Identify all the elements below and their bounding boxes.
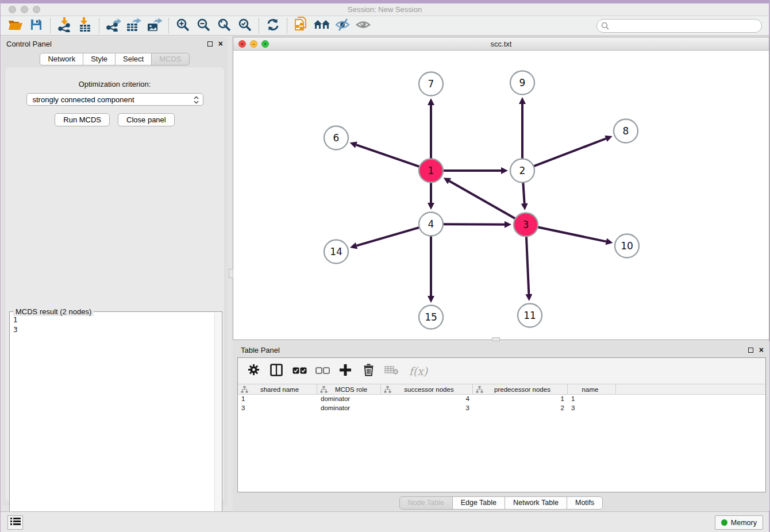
show-panels-button[interactable]: [353, 17, 374, 34]
tab-node-table[interactable]: Node Table: [399, 496, 453, 510]
node-4[interactable]: 4: [419, 213, 443, 236]
table-cell[interactable]: dominator: [317, 395, 381, 404]
search-input[interactable]: [596, 19, 762, 33]
node-14[interactable]: 14: [324, 240, 348, 264]
node-7[interactable]: 7: [419, 72, 443, 96]
export-network-button[interactable]: [103, 17, 124, 34]
close-panel-icon[interactable]: ×: [218, 41, 223, 47]
table-row[interactable]: 1dominator411: [238, 395, 765, 404]
table-panel-tabs: Node TableEdge TableNetwork TableMotifs: [233, 496, 769, 510]
select-all-button[interactable]: [292, 363, 307, 380]
delete-table-button[interactable]: [384, 363, 399, 380]
column-header-predecessor-nodes[interactable]: predecessor nodes: [473, 384, 568, 394]
duplicate-network-button[interactable]: [291, 17, 311, 34]
edge-3-11[interactable]: [526, 237, 529, 294]
export-image-button[interactable]: [144, 17, 165, 34]
run-mcds-button[interactable]: Run MCDS: [55, 113, 110, 126]
tab-network[interactable]: Network: [40, 53, 83, 65]
column-header-successor-nodes[interactable]: successor nodes: [381, 384, 473, 394]
svg-text:1: 1: [428, 165, 434, 176]
mcds-result-list: 13: [11, 315, 214, 526]
edge-3-10[interactable]: [538, 227, 606, 241]
table-cell[interactable]: 3: [381, 404, 473, 413]
node-6[interactable]: 6: [324, 126, 348, 150]
toolbar-separator: [50, 18, 51, 33]
column-header-MCDS-role[interactable]: MCDS role: [317, 384, 381, 394]
import-network-button[interactable]: [54, 17, 75, 34]
result-scrollbar[interactable]: [214, 313, 221, 527]
node-15[interactable]: 15: [419, 306, 443, 329]
node-8[interactable]: 8: [614, 119, 638, 143]
tab-mcds[interactable]: MCDS: [151, 53, 189, 65]
column-tree-icon: [384, 386, 391, 393]
node-1[interactable]: 1: [419, 159, 443, 183]
close-window-button[interactable]: [9, 6, 16, 13]
network-minimize-button[interactable]: −: [250, 40, 257, 48]
splitter-handle-vertical[interactable]: [229, 269, 233, 278]
svg-text:10: 10: [621, 240, 633, 252]
column-header-name[interactable]: name: [568, 384, 616, 394]
function-builder-button[interactable]: f(x): [407, 363, 430, 380]
hide-panels-button[interactable]: [332, 17, 353, 34]
edge-3-1[interactable]: [449, 181, 515, 218]
network-canvas[interactable]: 7968124314101511: [233, 51, 769, 340]
table-cell[interactable]: 1: [568, 395, 616, 404]
table-cell[interactable]: 2: [473, 404, 568, 413]
save-session-button[interactable]: [26, 17, 47, 34]
tab-network-table[interactable]: Network Table: [505, 496, 567, 510]
node-10[interactable]: 10: [615, 234, 639, 258]
result-line: 1: [13, 315, 214, 325]
delete-column-button[interactable]: [361, 363, 376, 380]
float-panel-icon[interactable]: [207, 41, 213, 47]
zoom-out-button[interactable]: [193, 17, 214, 34]
create-column-button[interactable]: [338, 363, 353, 380]
export-table-button[interactable]: [124, 17, 144, 34]
edge-4-14[interactable]: [357, 228, 419, 246]
table-cell[interactable]: 4: [381, 395, 473, 404]
table-float-panel-icon[interactable]: [748, 348, 753, 353]
table-row[interactable]: 3dominator323: [238, 404, 765, 413]
edge-1-6[interactable]: [356, 145, 419, 167]
table-cell[interactable]: dominator: [317, 404, 381, 413]
tab-edge-table[interactable]: Edge Table: [452, 496, 505, 510]
memory-button[interactable]: Memory: [715, 515, 763, 530]
table-settings-button[interactable]: [246, 363, 261, 380]
zoom-fit-button[interactable]: [214, 17, 234, 34]
minimize-window-button[interactable]: [21, 6, 28, 13]
network-maximize-button[interactable]: +: [261, 40, 269, 48]
table-close-panel-icon[interactable]: ×: [759, 348, 764, 353]
edge-2-3[interactable]: [523, 183, 524, 203]
edge-2-8[interactable]: [534, 138, 606, 166]
network-close-button[interactable]: ×: [238, 40, 246, 48]
table-cell[interactable]: 3: [238, 404, 317, 413]
table-cell[interactable]: 3: [568, 404, 616, 413]
zoom-selected-button[interactable]: [234, 17, 255, 34]
task-history-button[interactable]: [7, 515, 23, 530]
refresh-view-button[interactable]: [263, 17, 283, 34]
splitter-handle-horizontal[interactable]: [492, 337, 500, 341]
open-file-button[interactable]: [5, 17, 26, 34]
criterion-dropdown[interactable]: strongly connected component: [26, 93, 203, 106]
close-panel-button[interactable]: Close panel: [118, 113, 175, 126]
table-cell[interactable]: 1: [473, 395, 568, 404]
node-3[interactable]: 3: [514, 213, 538, 237]
tab-style[interactable]: Style: [83, 53, 116, 65]
maximize-window-button[interactable]: [33, 6, 40, 13]
columns-icon: [270, 364, 283, 379]
first-neighbors-button[interactable]: [311, 17, 332, 34]
zoom-in-button[interactable]: [172, 17, 193, 34]
unselect-all-button[interactable]: [315, 363, 330, 380]
import-table-button[interactable]: [75, 17, 95, 34]
zoom-in-icon: [176, 18, 190, 34]
control-panel-title: Control Panel: [6, 40, 52, 48]
tab-motifs[interactable]: Motifs: [567, 496, 603, 510]
node-2[interactable]: 2: [510, 159, 534, 183]
node-11[interactable]: 11: [518, 304, 542, 327]
column-header-shared-name[interactable]: shared name: [238, 384, 317, 394]
table-cell[interactable]: 1: [238, 395, 317, 404]
show-column-button[interactable]: [269, 363, 284, 380]
svg-text:7: 7: [428, 78, 434, 90]
edge-4-3[interactable]: [443, 224, 505, 225]
node-9[interactable]: 9: [510, 71, 534, 95]
tab-select[interactable]: Select: [115, 53, 152, 65]
